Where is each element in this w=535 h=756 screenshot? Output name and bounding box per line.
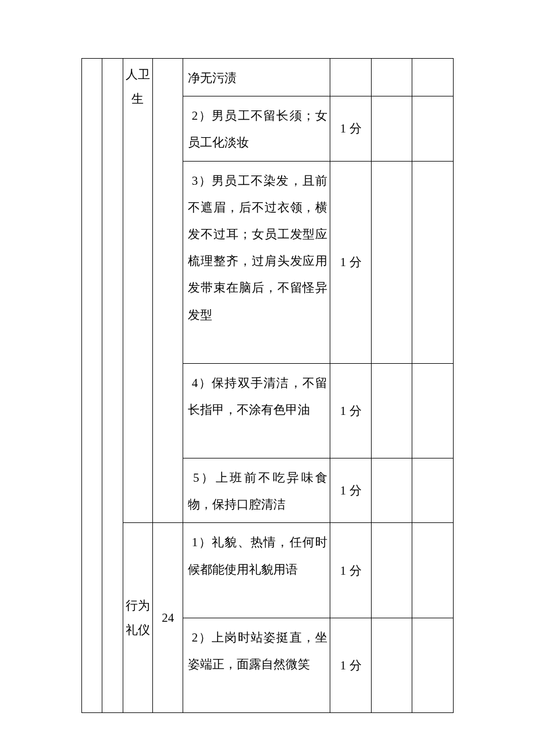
criteria-cell: 净无污渍 bbox=[183, 59, 330, 96]
criteria-cell: 2）上岗时站姿挺直，坐姿端正，面露自然微笑 bbox=[183, 618, 330, 712]
section-label-text: 行为 bbox=[123, 593, 153, 618]
score-cell: 1 分 bbox=[330, 458, 372, 523]
blank-cell bbox=[371, 96, 412, 161]
score-cell bbox=[330, 59, 372, 96]
section-hygiene-label: 人卫 生 bbox=[123, 59, 153, 523]
score-cell: 1 分 bbox=[330, 618, 372, 712]
category-major-cell bbox=[82, 59, 102, 713]
score-cell: 1 分 bbox=[330, 161, 372, 363]
criteria-cell: 5）上班前不吃异味食物，保持口腔清洁 bbox=[183, 458, 330, 523]
section-label-text: 礼仪 bbox=[123, 618, 153, 642]
blank-cell bbox=[412, 458, 454, 523]
category-sub-cell bbox=[102, 59, 123, 713]
section-etiquette-weight: 24 bbox=[153, 523, 183, 713]
criteria-cell: 2）男员工不留长须；女员工化淡妆 bbox=[183, 96, 330, 161]
section-hygiene-weight bbox=[153, 59, 183, 523]
blank-cell bbox=[412, 161, 454, 363]
weight-value: 24 bbox=[162, 611, 174, 625]
blank-cell bbox=[371, 363, 412, 458]
criteria-cell: 3）男员工不染发，且前不遮眉，后不过衣领，横发不过耳；女员工发型应梳理整齐，过肩… bbox=[183, 161, 330, 363]
blank-cell bbox=[412, 59, 454, 96]
section-label-text: 生 bbox=[123, 87, 153, 111]
blank-cell bbox=[371, 523, 412, 618]
section-etiquette-label: 行为 礼仪 bbox=[123, 523, 153, 713]
section-label-text: 人卫 bbox=[123, 62, 153, 87]
table-row: 行为 礼仪 24 1）礼貌、热情，任何时候都能使用礼貌用语 1 分 bbox=[82, 523, 454, 618]
criteria-cell: 1）礼貌、热情，任何时候都能使用礼貌用语 bbox=[183, 523, 330, 618]
score-cell: 1 分 bbox=[330, 96, 372, 161]
table-row: 人卫 生 净无污渍 bbox=[82, 59, 454, 96]
score-cell: 1 分 bbox=[330, 523, 372, 618]
criteria-cell: 4）保持双手清洁，不留长指甲，不涂有色甲油 bbox=[183, 363, 330, 458]
blank-cell bbox=[371, 618, 412, 712]
evaluation-table: 人卫 生 净无污渍 2）男员工不留长须；女员工化淡妆 1 分 3）男员工不染发，… bbox=[81, 58, 454, 713]
blank-cell bbox=[371, 59, 412, 96]
blank-cell bbox=[371, 161, 412, 363]
score-cell: 1 分 bbox=[330, 363, 372, 458]
blank-cell bbox=[371, 458, 412, 523]
blank-cell bbox=[412, 618, 454, 712]
blank-cell bbox=[412, 96, 454, 161]
blank-cell bbox=[412, 363, 454, 458]
blank-cell bbox=[412, 523, 454, 618]
